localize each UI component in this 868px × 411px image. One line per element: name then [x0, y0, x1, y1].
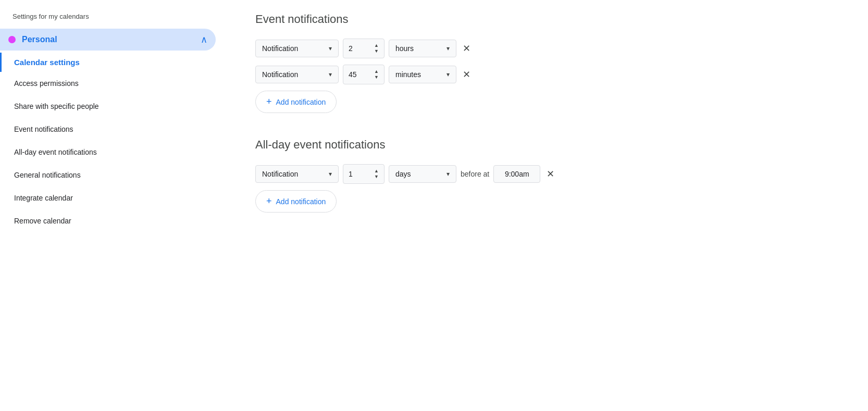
- sidebar-item-general-notifications[interactable]: General notifications: [0, 164, 224, 186]
- allday-event-notifications-section: All-day event notifications Notification…: [255, 138, 837, 213]
- personal-dot: [8, 36, 16, 43]
- spinners-allday-1: ▲ ▼: [374, 169, 379, 179]
- allday-notification-row-1: Notification ▾ 1 ▲ ▼ days ▾ before at 9:…: [255, 164, 837, 184]
- remove-notification-button-1[interactable]: ✕: [461, 41, 473, 56]
- sidebar-item-label-calendar-settings: Calendar settings: [14, 58, 80, 67]
- event-notification-row-1: Notification ▾ 2 ▲ ▼ hours ▾ ✕: [255, 39, 837, 58]
- add-allday-notification-label: Add notification: [276, 197, 326, 206]
- main-content: Event notifications Notification ▾ 2 ▲ ▼…: [224, 0, 868, 411]
- remove-notification-button-2[interactable]: ✕: [461, 67, 473, 82]
- personal-left: Personal: [8, 35, 57, 44]
- dropdown-icon-unit-2: ▾: [447, 71, 450, 78]
- remove-allday-notification-button-1[interactable]: ✕: [544, 166, 556, 182]
- dropdown-icon-allday-unit-1: ▾: [447, 170, 450, 178]
- allday-notification-value-1[interactable]: 1 ▲ ▼: [343, 164, 385, 184]
- sidebar-item-share-specific-people[interactable]: Share with specific people: [0, 95, 224, 118]
- sidebar-item-personal[interactable]: Personal ∧: [0, 29, 216, 51]
- dropdown-icon-allday-1: ▾: [329, 170, 332, 178]
- sidebar-item-label-integrate-calendar: Integrate calendar: [14, 194, 73, 202]
- event-notification-type-label-2: Notification: [262, 70, 298, 79]
- before-at-label: before at: [461, 170, 489, 178]
- allday-notification-time-1[interactable]: 9:00am: [493, 165, 540, 183]
- sidebar-item-access-permissions[interactable]: Access permissions: [0, 72, 224, 95]
- spinner-down-1[interactable]: ▼: [374, 49, 379, 54]
- add-event-notification-button[interactable]: + Add notification: [255, 91, 337, 113]
- event-notifications-title: Event notifications: [255, 13, 837, 26]
- allday-notification-unit-select-1[interactable]: days ▾: [389, 165, 456, 183]
- spinner-down-allday-1[interactable]: ▼: [374, 175, 379, 179]
- sidebar-item-event-notifications[interactable]: Event notifications: [0, 118, 224, 141]
- event-notifications-section: Event notifications Notification ▾ 2 ▲ ▼…: [255, 13, 837, 113]
- sidebar-item-label-general-notifications: General notifications: [14, 171, 81, 179]
- sidebar-item-calendar-settings[interactable]: Calendar settings: [0, 53, 224, 72]
- sidebar-item-label-allday-event-notifications: All-day event notifications: [14, 148, 97, 156]
- spinners-1: ▲ ▼: [374, 43, 379, 54]
- add-allday-notification-button[interactable]: + Add notification: [255, 190, 337, 213]
- allday-notification-type-label-1: Notification: [262, 170, 298, 178]
- sidebar-item-allday-event-notifications[interactable]: All-day event notifications: [0, 141, 224, 164]
- dropdown-icon-1: ▾: [329, 45, 332, 52]
- allday-notification-number-1: 1: [349, 170, 353, 178]
- add-event-notification-label: Add notification: [276, 98, 326, 106]
- allday-notification-type-select-1[interactable]: Notification ▾: [255, 165, 339, 183]
- event-notification-type-select-2[interactable]: Notification ▾: [255, 66, 339, 83]
- event-notification-value-1[interactable]: 2 ▲ ▼: [343, 39, 385, 58]
- personal-label: Personal: [22, 35, 57, 44]
- event-notification-unit-select-1[interactable]: hours ▾: [389, 40, 456, 57]
- event-notification-unit-label-2: minutes: [395, 70, 421, 79]
- sidebar-item-label-access-permissions: Access permissions: [14, 79, 79, 88]
- plus-icon-event: +: [266, 96, 272, 107]
- event-notification-row-2: Notification ▾ 45 ▲ ▼ minutes ▾ ✕: [255, 65, 837, 84]
- sidebar-item-label-event-notifications: Event notifications: [14, 125, 73, 133]
- event-notification-number-2: 45: [349, 70, 357, 79]
- spinners-2: ▲ ▼: [374, 69, 379, 80]
- sidebar-item-integrate-calendar[interactable]: Integrate calendar: [0, 186, 224, 209]
- event-notification-unit-label-1: hours: [395, 44, 414, 53]
- event-notification-type-select-1[interactable]: Notification ▾: [255, 40, 339, 57]
- sidebar-item-label-remove-calendar: Remove calendar: [14, 217, 71, 225]
- allday-event-notifications-title: All-day event notifications: [255, 138, 837, 152]
- dropdown-icon-unit-1: ▾: [447, 45, 450, 52]
- spinner-up-allday-1[interactable]: ▲: [374, 169, 379, 173]
- event-notification-value-2[interactable]: 45 ▲ ▼: [343, 65, 385, 84]
- dropdown-icon-2: ▾: [329, 71, 332, 78]
- chevron-up-icon: ∧: [201, 34, 207, 45]
- spinner-up-1[interactable]: ▲: [374, 43, 379, 48]
- spinner-up-2[interactable]: ▲: [374, 69, 379, 74]
- event-notification-type-label-1: Notification: [262, 44, 298, 53]
- sidebar-item-label-share-specific-people: Share with specific people: [14, 102, 99, 110]
- event-notification-unit-select-2[interactable]: minutes ▾: [389, 66, 456, 83]
- sidebar-item-remove-calendar[interactable]: Remove calendar: [0, 209, 224, 232]
- sidebar: Settings for my calendars Personal ∧ Cal…: [0, 0, 224, 411]
- plus-icon-allday: +: [266, 196, 272, 207]
- spinner-down-2[interactable]: ▼: [374, 75, 379, 80]
- sidebar-heading: Settings for my calendars: [0, 13, 224, 29]
- allday-notification-unit-label-1: days: [395, 170, 411, 178]
- event-notification-number-1: 2: [349, 44, 353, 53]
